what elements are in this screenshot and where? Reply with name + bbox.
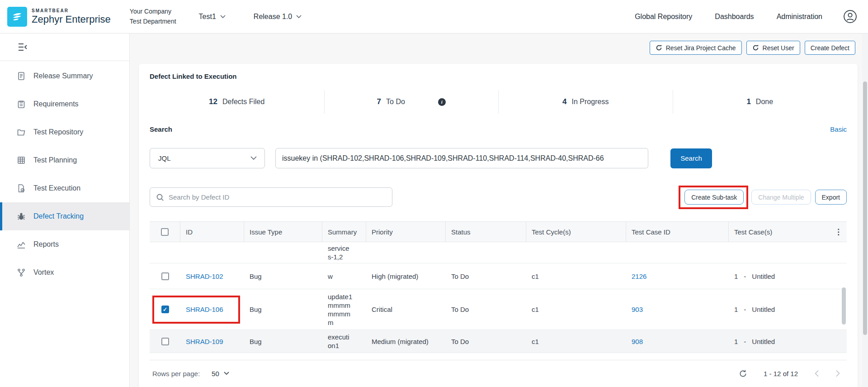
sidebar-collapse-button[interactable] (0, 33, 129, 61)
clipboard-icon (16, 99, 26, 109)
basic-mode-link[interactable]: Basic (830, 125, 847, 133)
defect-id-search-box (150, 187, 392, 207)
cell-priority: Low 1 (migrated) (366, 353, 446, 360)
create-subtask-button[interactable]: Create Sub-task (684, 190, 744, 205)
sidebar-item-test-repository[interactable]: Test Repository (0, 118, 129, 146)
cell-issue-type: Bug (244, 289, 322, 330)
table-row-shrad-102[interactable]: SHRAD-102 Bug w High (migrated) To Do c1… (150, 263, 847, 289)
sidebar-item-label: Test Repository (33, 128, 83, 136)
sidebar-item-requirements[interactable]: Requirements (0, 90, 129, 118)
column-header-summary: Summary (322, 222, 366, 242)
table-scrollbar-thumb[interactable] (842, 287, 846, 325)
reset-user-button[interactable]: Reset User (746, 41, 800, 55)
column-header-priority: Priority (366, 222, 446, 242)
table-row-shrad-110[interactable]: SHRAD-110 Bug pagesiz Low 1 (migrated) T… (150, 353, 847, 360)
column-header-test-cases: Test Case(s) (734, 228, 772, 236)
row-checkbox[interactable] (161, 272, 169, 280)
sidebar-item-release-summary[interactable]: Release Summary (0, 62, 129, 90)
row-checkbox-checked[interactable] (161, 306, 169, 313)
document-check-icon (16, 183, 26, 193)
query-type-select[interactable]: JQL (150, 148, 265, 168)
table-row-shrad-109[interactable]: SHRAD-109 Bug executi on1 Medium (migrat… (150, 330, 847, 353)
sidebar-item-test-execution[interactable]: Test Execution (0, 174, 129, 202)
cell-status: To Do (446, 289, 526, 330)
cell-issue-type: Bug (244, 263, 322, 289)
export-button[interactable]: Export (815, 190, 847, 205)
project-dropdown-value: Test1 (199, 13, 216, 21)
chevron-left-icon (814, 370, 819, 377)
test-case-id-link[interactable]: 903 (632, 306, 643, 313)
pagination: 1 - 12 of 12 (739, 369, 847, 378)
previous-page-button[interactable] (814, 370, 819, 377)
sidebar-item-defect-tracking[interactable]: Defect Tracking (0, 202, 129, 230)
column-options-icon[interactable]: ⋮ (835, 228, 842, 236)
sidebar-item-vortex[interactable]: Vortex (0, 258, 129, 287)
defect-id-link[interactable]: SHRAD-109 (186, 338, 223, 345)
row-checkbox[interactable] (161, 338, 169, 345)
jql-query-input[interactable] (275, 148, 648, 168)
refresh-icon (739, 369, 747, 378)
next-page-button[interactable] (835, 370, 840, 377)
nav-administration[interactable]: Administration (777, 13, 822, 21)
chevron-down-icon (296, 15, 302, 19)
search-section-title: Search (150, 125, 172, 133)
brand-text: SMARTBEAR Zephyr Enterprise (32, 9, 111, 24)
cell-priority: Medium (migrated) (366, 330, 446, 353)
query-type-value: JQL (158, 154, 171, 162)
test-case-id-link[interactable]: 2126 (632, 272, 646, 280)
sidebar-item-test-planning[interactable]: Test Planning (0, 146, 129, 174)
sidebar-item-reports[interactable]: Reports (0, 230, 129, 258)
sidebar-menu: Release Summary Requirements Test Reposi… (0, 61, 129, 287)
search-icon (156, 193, 164, 201)
user-avatar-icon[interactable] (843, 10, 857, 24)
cell-status: To Do (446, 353, 526, 360)
project-dropdown[interactable]: Test1 (199, 13, 226, 21)
column-header-id: ID (180, 222, 244, 242)
table-row-shrad-106[interactable]: SHRAD-106 Bug update1 mmmm mmmm m Critic… (150, 289, 847, 330)
sidebar-item-label: Vortex (33, 268, 54, 277)
select-all-checkbox[interactable] (161, 228, 169, 236)
cell-priority: Critical (366, 289, 446, 330)
create-defect-button[interactable]: Create Defect (805, 41, 855, 55)
cell-summary: service s-1,2 (322, 242, 366, 263)
cell-summary: update1 mmmm mmmm m (322, 289, 366, 330)
stat-defects-filed: 12 Defects Filed (150, 90, 324, 114)
page-scrollbar-thumb[interactable] (863, 81, 867, 335)
stat-value: 1 (746, 97, 750, 106)
cell-test-cycles: c1 (526, 330, 626, 353)
release-dropdown-value: Release 1.0 (254, 13, 292, 21)
search-controls: JQL Search (150, 148, 847, 168)
chevron-right-icon (835, 370, 840, 377)
refresh-table-button[interactable] (739, 369, 747, 378)
sidebar-item-label: Test Planning (33, 156, 77, 164)
nav-global-repository[interactable]: Global Repository (635, 13, 692, 21)
test-case-id-link[interactable]: 908 (632, 338, 643, 345)
defect-panel: Defect Linked to Execution 12 Defects Fi… (139, 64, 858, 387)
cell-test-cycles: c1 (526, 263, 626, 289)
defect-id-link[interactable]: SHRAD-106 (186, 306, 223, 313)
change-multiple-button: Change Multiple (751, 190, 811, 205)
department-name: Test Department (130, 17, 176, 27)
stat-value: 12 (209, 97, 217, 106)
search-button[interactable]: Search (670, 148, 712, 168)
info-icon[interactable]: i (438, 98, 446, 106)
table-row-partial[interactable]: service s-1,2 (150, 242, 847, 263)
cell-status: To Do (446, 330, 526, 353)
defect-stats-bar: 12 Defects Filed 7 To Do i 4 In Progress… (150, 90, 847, 114)
nav-dashboards[interactable]: Dashboards (715, 13, 754, 21)
defect-table-body: service s-1,2 SHRAD-102 Bug w High (migr… (150, 242, 847, 360)
release-dropdown[interactable]: Release 1.0 (254, 13, 302, 21)
reset-jira-cache-button[interactable]: Reset Jira Project Cache (650, 41, 742, 55)
stat-value: 4 (562, 97, 566, 106)
column-header-issue-type: Issue Type (244, 222, 322, 242)
rows-per-page-label: Rows per page: (152, 370, 200, 377)
defect-id-link[interactable]: SHRAD-102 (186, 272, 223, 280)
defect-id-search-input[interactable] (169, 193, 386, 201)
header-nav: Global Repository Dashboards Administrat… (635, 13, 822, 21)
refresh-icon (752, 44, 759, 51)
cell-summary: pagesiz (322, 353, 366, 360)
document-icon (16, 71, 26, 81)
page-scrollbar[interactable] (862, 33, 868, 387)
rows-per-page-select[interactable]: 50 (212, 370, 229, 377)
smartbear-zephyr-logo-icon (7, 7, 27, 27)
